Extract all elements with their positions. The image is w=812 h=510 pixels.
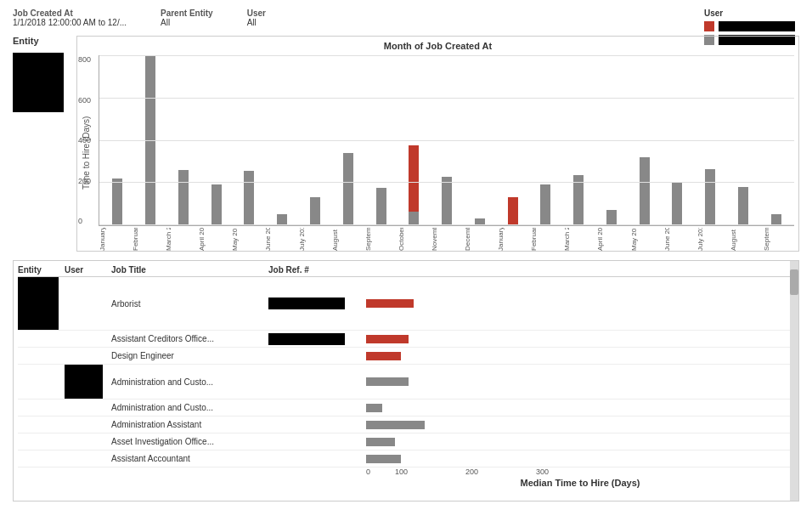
top-bar-chart[interactable]: Month of Job Created At Time to Hire (Da… xyxy=(76,36,799,252)
x-label-20: September... xyxy=(763,228,794,251)
cell-chart-2 xyxy=(366,349,786,363)
header-job-title: Job Title xyxy=(111,265,268,275)
filter-parent-entity-value: All xyxy=(161,18,213,27)
x-label-0: January 2018 xyxy=(99,228,130,251)
bar-col-4 xyxy=(234,55,265,225)
bar-col-5 xyxy=(267,55,298,225)
bar-stack-9 xyxy=(409,55,419,225)
cell-job-title-5: Administration Assistant xyxy=(111,420,268,429)
top-entity-label: Entity xyxy=(13,36,72,46)
bar-col-2 xyxy=(168,55,200,225)
bar-col-13 xyxy=(530,55,561,225)
bar-col-19 xyxy=(728,55,759,225)
cell-chart-6 xyxy=(366,435,786,449)
y-label-800: 800 xyxy=(78,55,91,64)
bar-col-6 xyxy=(300,55,331,225)
x-label-17: June 2019 xyxy=(663,228,695,251)
x-label-13: February 20... xyxy=(530,228,561,251)
bottom-x-axis-area: 0100200300 Median Time to Hire (Days) xyxy=(366,468,794,488)
bars-area: 800 600 400 200 0 xyxy=(99,55,794,226)
table-row-5: Administration Assistant xyxy=(18,416,794,434)
cell-chart-4 xyxy=(366,401,786,415)
bar-chart-area: 800 600 400 200 0 xyxy=(99,55,794,251)
filter-user-label: User xyxy=(247,8,266,18)
bar-col-15 xyxy=(595,55,627,225)
scrollbar-thumb[interactable] xyxy=(790,269,798,295)
h-bar-gray-4 xyxy=(366,404,382,412)
header-chart-area xyxy=(366,265,786,275)
header-user: User xyxy=(65,265,111,275)
legend-title: User xyxy=(704,8,795,18)
x-axis-labels: January 2018February 20...March 2018Apri… xyxy=(99,226,794,251)
bar-col-16 xyxy=(629,55,660,225)
legend-item-orange xyxy=(704,21,795,31)
h-bar-gray-6 xyxy=(366,438,395,446)
bar-gray-3 xyxy=(211,184,222,225)
x-tick-1: 100 xyxy=(366,468,437,476)
x-label-6: July 2018 xyxy=(298,228,330,251)
bar-gray-9 xyxy=(409,212,419,225)
x-label-16: May 2019 xyxy=(630,228,662,251)
bar-gray-17 xyxy=(672,183,682,225)
cell-chart-7 xyxy=(366,452,786,466)
bar-stack-15 xyxy=(606,55,617,225)
bar-gray-15 xyxy=(606,210,617,225)
bar-chart-inner: Time to Hire (Days) 800 600 400 200 0 xyxy=(82,55,794,251)
cell-job-ref-1 xyxy=(268,333,366,345)
bar-col-12 xyxy=(497,55,528,225)
bar-gray-16 xyxy=(640,157,650,225)
table-row-0: Arborist xyxy=(18,277,794,331)
bar-stack-1 xyxy=(145,55,155,225)
bar-col-9 xyxy=(398,55,430,225)
cell-job-ref-0 xyxy=(268,298,366,309)
bar-gray-4 xyxy=(244,171,254,225)
bar-gray-1 xyxy=(145,55,155,225)
bar-stack-10 xyxy=(442,55,452,225)
y-labels: 800 600 400 200 0 xyxy=(78,55,91,225)
filter-user-value: All xyxy=(247,18,266,27)
bar-stack-17 xyxy=(672,55,682,225)
x-label-7: August 2018 xyxy=(331,228,363,251)
bar-col-11 xyxy=(464,55,495,225)
x-label-9: October 20... xyxy=(398,228,429,251)
bar-gray-14 xyxy=(573,175,584,225)
bar-col-17 xyxy=(662,55,693,225)
header-job-ref: Job Ref. # xyxy=(268,265,366,275)
x-label-4: May 2018 xyxy=(231,228,262,251)
filter-job-created-at: Job Created At 1/1/2018 12:00:00 AM to 1… xyxy=(13,8,127,27)
x-label-19: August 2019 xyxy=(730,228,761,251)
cell-job-title-2: Design Engineer xyxy=(111,351,268,360)
bar-col-0 xyxy=(102,55,133,225)
filter-job-created-at-value: 1/1/2018 12:00:00 AM to 12/... xyxy=(13,18,127,27)
h-bar-gray-7 xyxy=(366,455,401,463)
table-row-4: Administration and Custo... xyxy=(18,400,794,416)
bottom-x-ticks: 0100200300 xyxy=(366,468,794,476)
legend-color-orange xyxy=(704,21,714,31)
bottom-section: Entity User Job Title Job Ref. # Arboris… xyxy=(13,260,799,502)
table-headers: Entity User Job Title Job Ref. # xyxy=(18,265,794,277)
cell-user-3 xyxy=(65,365,111,399)
filter-parent-entity-label: Parent Entity xyxy=(161,8,213,18)
legend-label-orange xyxy=(719,21,795,31)
cell-job-title-0: Arborist xyxy=(111,299,268,309)
scrollbar-track[interactable] xyxy=(790,261,798,501)
filter-parent-entity: Parent Entity All xyxy=(161,8,213,27)
bar-stack-16 xyxy=(640,55,650,225)
bar-gray-7 xyxy=(343,153,353,225)
bar-stack-19 xyxy=(738,55,748,225)
h-bar-gray-3 xyxy=(366,377,409,386)
h-bar-orange-0 xyxy=(366,299,414,308)
bar-stack-11 xyxy=(475,55,485,225)
table-row-7: Assistant Accountant xyxy=(18,450,794,468)
x-label-8: September... xyxy=(364,228,396,251)
bar-stack-13 xyxy=(540,55,550,225)
bar-stack-12 xyxy=(508,55,518,225)
x-tick-2: 200 xyxy=(437,468,507,476)
bar-stack-8 xyxy=(376,55,386,225)
table-row-3: Administration and Custo... xyxy=(18,365,794,400)
bar-stack-14 xyxy=(573,55,584,225)
x-label-5: June 2018 xyxy=(264,228,296,251)
filter-job-created-at-label: Job Created At xyxy=(13,8,127,18)
cell-job-title-4: Administration and Custo... xyxy=(111,403,268,412)
y-label-0: 0 xyxy=(78,217,91,225)
